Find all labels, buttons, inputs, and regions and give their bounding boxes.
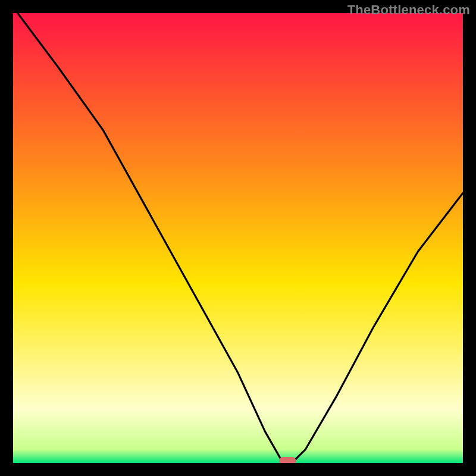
plot-area	[13, 13, 463, 463]
chart-frame: TheBottleneck.com	[0, 0, 476, 476]
watermark-label: TheBottleneck.com	[347, 2, 470, 18]
bottleneck-chart	[13, 13, 463, 463]
gradient-background	[13, 13, 463, 463]
optimal-marker	[279, 457, 296, 463]
